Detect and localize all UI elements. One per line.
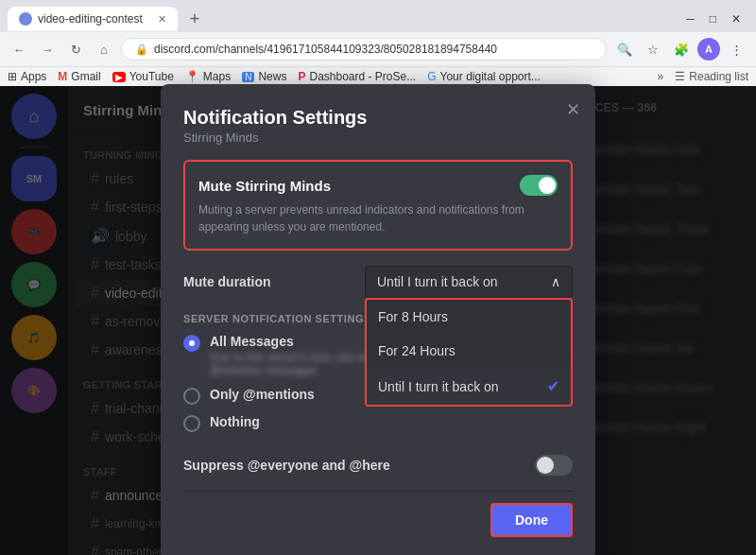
dropdown-option-until[interactable]: Until I turn it back on ✔ bbox=[367, 368, 571, 405]
dropdown-menu: For 8 Hours For 24 Hours Until I turn it… bbox=[365, 298, 573, 407]
gmail-label: Gmail bbox=[71, 70, 100, 83]
modal-title: Notification Settings bbox=[183, 107, 573, 129]
mute-header: Mute Stirring Minds bbox=[198, 175, 558, 196]
bookmark-maps[interactable]: 📍 Maps bbox=[185, 70, 231, 83]
minimize-button[interactable]: ─ bbox=[686, 12, 695, 26]
notification-modal: Notification Settings Stirring Minds ✕ M… bbox=[161, 84, 595, 555]
browser-tab[interactable]: video-editing-contest ✕ bbox=[8, 7, 178, 31]
radio-label: Only @mentions bbox=[210, 387, 315, 402]
menu-button[interactable]: ⋮ bbox=[724, 37, 748, 61]
digital-label: Your digital opport... bbox=[440, 70, 541, 83]
option-label: Until I turn it back on bbox=[378, 379, 499, 394]
mute-section: Mute Stirring Minds Muting a server prev… bbox=[183, 160, 573, 251]
toolbar-icons: 🔍 ☆ 🧩 A ⋮ bbox=[612, 37, 748, 61]
dashboard-label: Dashboard - ProSe... bbox=[309, 70, 416, 83]
option-label: For 24 Hours bbox=[378, 343, 455, 358]
bookmark-apps[interactable]: ⊞ Apps bbox=[8, 70, 46, 83]
browser-titlebar: video-editing-contest ✕ + ─ □ ✕ bbox=[0, 0, 756, 32]
close-button[interactable]: ✕ bbox=[731, 12, 741, 26]
digital-icon: G bbox=[427, 70, 436, 83]
mute-duration-label: Mute duration bbox=[183, 274, 271, 289]
dropdown-selected[interactable]: Until I turn it back on ∧ bbox=[365, 266, 573, 298]
toggle-knob bbox=[539, 177, 556, 194]
address-bar[interactable]: 🔒 discord.com/channels/41961710584410932… bbox=[121, 38, 607, 61]
bookmarks-bar: ⊞ Apps M Gmail ▶ YouTube 📍 Maps N News P… bbox=[0, 66, 756, 86]
bookmark-gmail[interactable]: M Gmail bbox=[58, 70, 100, 83]
mute-toggle[interactable] bbox=[520, 175, 558, 196]
bookmarks-more-button[interactable]: » bbox=[658, 70, 664, 83]
extensions-button[interactable]: 🧩 bbox=[669, 37, 694, 61]
mute-title: Mute Stirring Minds bbox=[198, 178, 331, 194]
dropdown-selected-text: Until I turn it back on bbox=[377, 274, 498, 289]
home-button[interactable]: ⌂ bbox=[93, 38, 115, 61]
back-button[interactable]: ← bbox=[8, 38, 30, 61]
modal-overlay: Notification Settings Stirring Minds ✕ M… bbox=[0, 86, 756, 555]
reading-list-button[interactable]: ☰ Reading list bbox=[675, 70, 748, 83]
dropdown-option-24h[interactable]: For 24 Hours bbox=[367, 334, 571, 368]
apps-icon: ⊞ bbox=[8, 70, 17, 83]
dashboard-icon: P bbox=[298, 70, 305, 83]
news-label: News bbox=[258, 70, 286, 83]
gmail-icon: M bbox=[58, 70, 67, 83]
radio-circle-all bbox=[183, 335, 200, 352]
maps-icon: 📍 bbox=[185, 70, 199, 83]
tab-favicon bbox=[19, 12, 32, 26]
modal-footer: Done bbox=[183, 491, 573, 537]
dropdown-option-8h[interactable]: For 8 Hours bbox=[367, 300, 571, 334]
mute-description: Muting a server prevents unread indicato… bbox=[198, 201, 558, 235]
suppress-label: Suppress @everyone and @here bbox=[183, 458, 390, 473]
apps-label: Apps bbox=[21, 70, 46, 83]
mute-duration-dropdown[interactable]: Until I turn it back on ∧ For 8 Hours Fo… bbox=[365, 266, 573, 298]
radio-option-content: Nothing bbox=[210, 414, 260, 429]
done-button[interactable]: Done bbox=[490, 503, 573, 537]
profile-button[interactable]: A bbox=[697, 38, 720, 61]
window-controls: ─ □ ✕ bbox=[686, 12, 748, 26]
bookmark-digital[interactable]: G Your digital opport... bbox=[427, 70, 541, 83]
modal-subtitle: Stirring Minds bbox=[183, 130, 573, 145]
browser-toolbar: ← → ↻ ⌂ 🔒 discord.com/channels/419617105… bbox=[0, 32, 756, 66]
maximize-button[interactable]: □ bbox=[710, 12, 716, 26]
bookmark-dashboard[interactable]: P Dashboard - ProSe... bbox=[298, 70, 416, 83]
url-text: discord.com/channels/419617105844109323/… bbox=[154, 43, 497, 56]
bookmark-youtube[interactable]: ▶ YouTube bbox=[112, 70, 174, 83]
radio-label: Nothing bbox=[210, 414, 260, 429]
search-button[interactable]: 🔍 bbox=[612, 37, 637, 61]
youtube-label: YouTube bbox=[129, 70, 174, 83]
news-icon: N bbox=[242, 72, 254, 82]
forward-button[interactable]: → bbox=[36, 38, 59, 61]
new-tab-button[interactable]: + bbox=[181, 6, 208, 32]
bookmark-news[interactable]: N News bbox=[242, 70, 286, 83]
radio-circle-mentions bbox=[183, 388, 200, 405]
browser-chrome: video-editing-contest ✕ + ─ □ ✕ ← → ↻ ⌂ … bbox=[0, 0, 756, 86]
reload-button[interactable]: ↻ bbox=[64, 38, 87, 61]
option-label: For 8 Hours bbox=[378, 309, 448, 324]
discord-app: ⌂ SM 🎮 💬 🎵 🎨 Stirring Minds ✕ TURNING MI… bbox=[0, 86, 756, 555]
reading-list-label: Reading list bbox=[689, 70, 748, 83]
check-icon: ✔ bbox=[547, 377, 559, 395]
modal-close-button[interactable]: ✕ bbox=[566, 99, 580, 120]
youtube-icon: ▶ bbox=[112, 72, 126, 82]
maps-label: Maps bbox=[203, 70, 231, 83]
lock-icon: 🔒 bbox=[135, 43, 148, 56]
tab-close-button[interactable]: ✕ bbox=[158, 13, 166, 26]
radio-option-content: Only @mentions bbox=[210, 387, 315, 402]
suppress-row: Suppress @everyone and @here bbox=[183, 443, 573, 476]
radio-option-nothing[interactable]: Nothing bbox=[183, 414, 573, 432]
star-button[interactable]: ☆ bbox=[641, 37, 665, 61]
suppress-toggle[interactable] bbox=[535, 455, 573, 476]
tab-title: video-editing-contest bbox=[38, 12, 143, 26]
reading-list-icon: ☰ bbox=[675, 70, 685, 83]
toggle-knob bbox=[537, 457, 554, 474]
chevron-up-icon: ∧ bbox=[551, 274, 560, 289]
mute-duration-row: Mute duration Until I turn it back on ∧ … bbox=[183, 266, 573, 298]
radio-circle-nothing bbox=[183, 415, 200, 432]
